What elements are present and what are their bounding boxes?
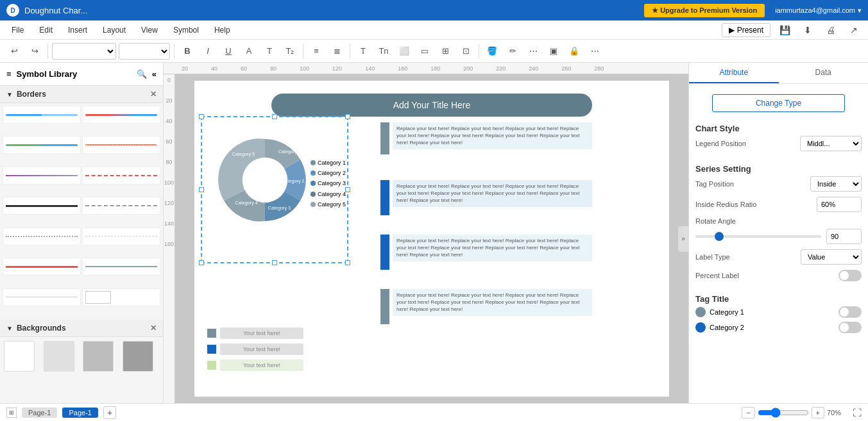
percent-label-toggle[interactable]: [838, 270, 862, 281]
upgrade-button[interactable]: ★ Upgrade to Premium Version: [644, 4, 765, 17]
border-item[interactable]: [3, 227, 81, 245]
menu-edit[interactable]: Edit: [33, 23, 59, 37]
pages-icon[interactable]: ⊞: [6, 408, 17, 418]
align-left-button[interactable]: ≡: [307, 42, 325, 60]
border-item[interactable]: [3, 106, 81, 124]
category-2-color: [695, 322, 706, 333]
inside-radius-label: Inside Redius Ratio: [695, 201, 756, 208]
download-icon[interactable]: ⬇: [799, 21, 817, 39]
add-page-button[interactable]: +: [103, 406, 116, 419]
chart-legend: Category 1 Category 2 Category 3 Categor…: [311, 158, 346, 210]
tab-attribute[interactable]: Attribute: [689, 63, 779, 83]
underline-button[interactable]: U: [219, 42, 237, 60]
undo-button[interactable]: ↩: [5, 42, 23, 60]
backgrounds-close[interactable]: ✕: [150, 324, 157, 333]
image-fit-button[interactable]: ⊡: [457, 42, 475, 60]
percent-label-row: Percent Label: [695, 270, 862, 281]
shape-button[interactable]: ⬜: [395, 42, 413, 60]
text-edit-button[interactable]: Tn: [375, 42, 393, 60]
lock-button[interactable]: 🔒: [565, 42, 583, 60]
border-item[interactable]: [82, 288, 160, 306]
inside-radius-input[interactable]: [817, 197, 862, 212]
zoom-out-button[interactable]: −: [742, 407, 754, 418]
right-panel-body: Change Type Chart Style Legend Position …: [689, 84, 868, 343]
line-style-button[interactable]: ⋯: [524, 42, 542, 60]
border-item[interactable]: [82, 167, 160, 185]
border-item[interactable]: [3, 288, 81, 306]
series-setting-section: Series Setting Tag Position Inside Outsi…: [695, 164, 862, 286]
bg-item-white[interactable]: [4, 341, 35, 372]
menu-layout[interactable]: Layout: [96, 23, 132, 37]
bold-button[interactable]: B: [178, 42, 196, 60]
zoom-slider[interactable]: [758, 408, 809, 418]
redo-button[interactable]: ↪: [26, 42, 44, 60]
share-icon[interactable]: ↗: [845, 21, 863, 39]
collapse-icon[interactable]: «: [152, 69, 157, 79]
font-size-select[interactable]: [119, 43, 170, 60]
ruler-mark: 120: [332, 65, 342, 72]
change-type-button[interactable]: Change Type: [712, 94, 845, 112]
save-icon[interactable]: 💾: [776, 21, 794, 39]
app-name: Doughnut Char...: [24, 6, 644, 15]
expand-icon[interactable]: ⛶: [853, 408, 862, 418]
tag-position-select[interactable]: Inside Outside None: [810, 176, 862, 192]
backgrounds-header[interactable]: ▼ Backgrounds ✕: [0, 320, 163, 337]
more-options-button[interactable]: ⋯: [586, 42, 604, 60]
text-box-button[interactable]: T: [354, 42, 372, 60]
pen-button[interactable]: ✏: [504, 42, 522, 60]
collapse-right-panel[interactable]: »: [678, 226, 688, 252]
rotate-angle-input[interactable]: [826, 229, 862, 244]
border-item[interactable]: [3, 136, 81, 154]
tag-title-label: Tag Title: [695, 294, 862, 304]
backgrounds-chevron: ▼: [6, 325, 13, 332]
backgrounds-title: Backgrounds: [17, 324, 66, 333]
fill-color-button[interactable]: 🪣: [483, 42, 501, 60]
menu-insert[interactable]: Insert: [62, 23, 94, 37]
user-info[interactable]: iammurtaza4@gmail.com ▾: [775, 6, 862, 15]
canvas-content[interactable]: Add Your Title Here: [175, 74, 688, 403]
search-icon[interactable]: 🔍: [137, 69, 147, 79]
border-item[interactable]: [3, 197, 81, 215]
italic-button[interactable]: I: [199, 42, 217, 60]
border-item[interactable]: [82, 136, 160, 154]
category-1-toggle[interactable]: [838, 306, 862, 318]
border-style-button[interactable]: ▣: [545, 42, 563, 60]
borders-header[interactable]: ▼ Borders ✕: [0, 86, 163, 103]
borders-close[interactable]: ✕: [150, 90, 157, 99]
shape-rect-button[interactable]: ▭: [416, 42, 434, 60]
text-type-button[interactable]: T: [260, 42, 278, 60]
present-button[interactable]: ▶ Present: [722, 23, 770, 37]
border-item[interactable]: [82, 258, 160, 276]
tab-data[interactable]: Data: [779, 63, 869, 83]
zoom-in-button[interactable]: +: [812, 407, 824, 418]
page-tab-inactive[interactable]: Page-1: [22, 408, 57, 418]
menu-view[interactable]: View: [135, 23, 164, 37]
border-item[interactable]: [82, 106, 160, 124]
text-style-button[interactable]: T₂: [281, 42, 299, 60]
bg-item-pattern2[interactable]: [83, 341, 114, 372]
border-item[interactable]: [82, 227, 160, 245]
crop-button[interactable]: ⊞: [436, 42, 454, 60]
menu-help[interactable]: Help: [208, 23, 237, 37]
zoom-level: 70%: [827, 409, 850, 417]
page-tab-active[interactable]: Page-1: [62, 408, 98, 418]
rotate-angle-slider[interactable]: [695, 235, 821, 238]
menu-file[interactable]: File: [5, 23, 30, 37]
menu-symbol[interactable]: Symbol: [167, 23, 205, 37]
user-dropdown-icon[interactable]: ▾: [858, 6, 862, 15]
chart-container[interactable]: Category 1 Category 2 Category 3 Categor…: [201, 116, 348, 263]
border-item[interactable]: [3, 167, 81, 185]
bg-item-pattern1[interactable]: [44, 341, 74, 372]
legend-position-select[interactable]: Middl... Middle Left Middle Right Top Bo…: [800, 136, 862, 151]
align-more-button[interactable]: ≣: [328, 42, 346, 60]
border-item[interactable]: [82, 197, 160, 215]
font-family-select[interactable]: [52, 43, 116, 60]
border-item[interactable]: [3, 258, 81, 276]
zoom-controls: − + 70% ⛶: [742, 407, 862, 418]
print-icon[interactable]: 🖨: [822, 21, 840, 39]
label-type-select[interactable]: Value Percent Label+Value None: [801, 249, 862, 265]
slide-canvas[interactable]: Add Your Title Here: [194, 81, 669, 397]
category-2-toggle[interactable]: [838, 322, 862, 333]
font-color-button[interactable]: A: [240, 42, 258, 60]
bg-item-pattern3[interactable]: [123, 341, 153, 372]
